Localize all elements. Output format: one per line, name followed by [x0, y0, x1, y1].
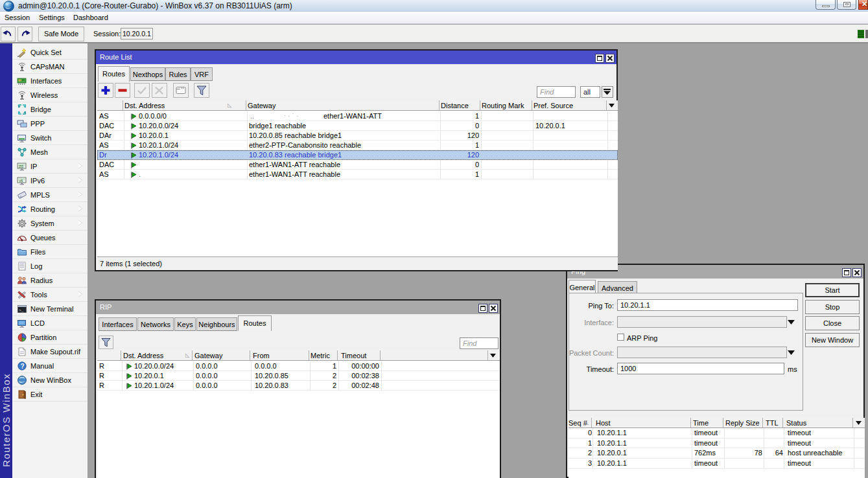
svg-text:>_: >_ [19, 308, 24, 313]
svg-text:v6: v6 [19, 179, 23, 183]
svg-text:?: ? [21, 363, 25, 370]
svg-text:255: 255 [19, 165, 24, 168]
